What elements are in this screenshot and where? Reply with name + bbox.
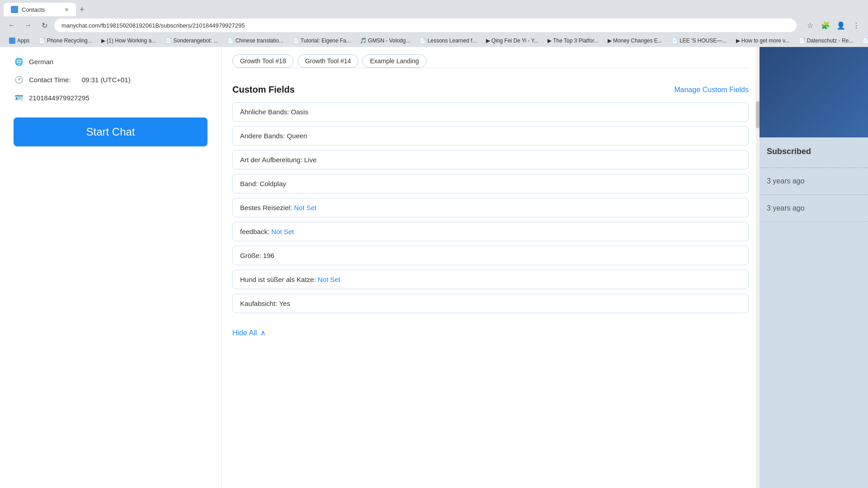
forward-button[interactable]: → bbox=[22, 19, 34, 32]
field-text: Band: Coldplay bbox=[240, 180, 286, 188]
scrollbar-thumb[interactable] bbox=[756, 101, 760, 128]
globe-icon: 🌐 bbox=[14, 56, 24, 67]
manage-custom-fields-link[interactable]: Manage Custom Fields bbox=[674, 86, 749, 94]
field-art-der-aufbereitung[interactable]: Art der Aufbereitung: Live bbox=[232, 150, 749, 169]
subscribed-time-value: 3 years ago bbox=[767, 177, 861, 185]
section-divider bbox=[232, 68, 749, 68]
hide-all-row[interactable]: Hide All ∧ bbox=[222, 327, 760, 344]
subscribed-section: Subscribed bbox=[760, 138, 868, 168]
bookmark-how-working[interactable]: ▶ (1) How Working a... bbox=[98, 37, 160, 45]
profile-button[interactable]: 👤 bbox=[835, 19, 847, 32]
apps-icon bbox=[9, 38, 15, 44]
field-bestes-reiseziel[interactable]: Bestes Reiseziel: Not Set bbox=[232, 198, 749, 217]
field-label: Bestes Reiseziel: bbox=[240, 204, 294, 211]
chevron-up-icon: ∧ bbox=[260, 328, 266, 337]
field-band[interactable]: Band: Coldplay bbox=[232, 174, 749, 193]
field-not-set: Not Set bbox=[294, 204, 316, 211]
right-panel-header-image bbox=[760, 47, 868, 137]
field-andere-bands[interactable]: Andere Bands: Queen bbox=[232, 126, 749, 145]
bookmark-gmsn[interactable]: 🎵 GMSN - Volodg... bbox=[356, 37, 414, 45]
contacts-tab[interactable]: Contacts ✕ bbox=[4, 3, 76, 16]
bookmark-star-button[interactable]: ☆ bbox=[804, 19, 816, 32]
browser-window: Contacts ✕ + ← → ↻ ☆ 🧩 👤 ⋮ Apps 📄 Phone … bbox=[0, 0, 868, 488]
bookmark-datenschutz[interactable]: 📄 Datenschutz - Re... bbox=[795, 37, 857, 45]
field-not-set: Not Set bbox=[271, 228, 294, 235]
last-seen-value: 3 years ago bbox=[767, 204, 861, 212]
field-text: Kaufabsicht: Yes bbox=[240, 300, 290, 307]
bookmark-qing[interactable]: ▶ Qing Fei De Yi - Y... bbox=[482, 37, 542, 45]
subscriber-id: 2101844979927295 bbox=[29, 94, 89, 102]
start-chat-button[interactable]: Start Chat bbox=[14, 117, 208, 146]
bookmark-top3[interactable]: ▶ The Top 3 Platfor... bbox=[544, 37, 602, 45]
bookmark-apps[interactable]: Apps bbox=[5, 37, 33, 45]
contact-time-value: 09:31 (UTC+01) bbox=[82, 76, 131, 84]
field-label: Hund ist süßer als Katze: bbox=[240, 276, 318, 283]
language-row: 🌐 German bbox=[14, 56, 208, 67]
bookmark-phone-recycling[interactable]: 📄 Phone Recycling... bbox=[35, 37, 95, 45]
left-panel: 🌐 German 🕐 Contact Time: 09:31 (UTC+01) … bbox=[0, 47, 222, 488]
field-feedback[interactable]: feedback: Not Set bbox=[232, 222, 749, 241]
field-text: Größe: 196 bbox=[240, 252, 274, 259]
language-value: German bbox=[29, 58, 53, 66]
field-text: Ähnliche Bands: Oasis bbox=[240, 108, 308, 116]
bookmark-chinese[interactable]: 📄 Chinese translatio... bbox=[223, 37, 287, 45]
bookmark-tutorial[interactable]: 📄 Tutorial: Eigene Fa... bbox=[289, 37, 354, 45]
contact-time-row: 🕐 Contact Time: 09:31 (UTC+01) bbox=[14, 74, 208, 85]
reload-button[interactable]: ↻ bbox=[38, 19, 51, 32]
subscribed-time-section: 3 years ago bbox=[760, 168, 868, 195]
page-content: 🌐 German 🕐 Contact Time: 09:31 (UTC+01) … bbox=[0, 47, 868, 488]
reload-icon: ↻ bbox=[42, 21, 47, 30]
tab-bar: Contacts ✕ + bbox=[0, 0, 868, 16]
field-text: Art der Aufbereitung: Live bbox=[240, 156, 316, 164]
scrollbar-track[interactable] bbox=[756, 47, 760, 488]
field-not-set: Not Set bbox=[318, 276, 340, 283]
subscribed-label: Subscribed bbox=[767, 147, 861, 156]
bookmarks-bar: Apps 📄 Phone Recycling... ▶ (1) How Work… bbox=[0, 34, 868, 47]
bookmark-how-more[interactable]: ▶ How to get more v... bbox=[732, 37, 793, 45]
clock-icon: 🕐 bbox=[14, 74, 24, 85]
field-text: Andere Bands: Queen bbox=[240, 132, 307, 140]
center-panel: Growth Tool #18 Growth Tool #14 Example … bbox=[222, 47, 760, 488]
field-kaufabsicht[interactable]: Kaufabsicht: Yes bbox=[232, 294, 749, 313]
bookmark-money[interactable]: ▶ Money Changes E... bbox=[604, 37, 666, 45]
forward-icon: → bbox=[24, 21, 32, 29]
contact-time-label: Contact Time: bbox=[29, 76, 71, 84]
bookmark-student[interactable]: 📄 Student Wants an... bbox=[859, 37, 868, 45]
custom-fields-header: Custom Fields Manage Custom Fields bbox=[232, 84, 749, 95]
bookmark-sonderangebot[interactable]: 📄 Sonderangebot: ... bbox=[161, 37, 222, 45]
field-hund[interactable]: Hund ist süßer als Katze: Not Set bbox=[232, 270, 749, 289]
field-groesse[interactable]: Größe: 196 bbox=[232, 246, 749, 265]
custom-fields-title: Custom Fields bbox=[232, 84, 295, 95]
tab-title: Contacts bbox=[22, 6, 45, 13]
address-bar-row: ← → ↻ ☆ 🧩 👤 ⋮ bbox=[0, 16, 868, 34]
bookmark-lee[interactable]: 📄 LEE 'S HOUSE—... bbox=[668, 37, 731, 45]
back-button[interactable]: ← bbox=[5, 19, 18, 32]
field-aehnliche-bands[interactable]: Ähnliche Bands: Oasis bbox=[232, 102, 749, 122]
tag-example-landing[interactable]: Example Landing bbox=[362, 54, 426, 68]
url-bar[interactable] bbox=[54, 19, 797, 32]
custom-fields-section: Custom Fields Manage Custom Fields Ähnli… bbox=[222, 75, 760, 327]
subscriber-id-row: 🪪 2101844979927295 bbox=[14, 92, 208, 103]
extension-puzzle-button[interactable]: 🧩 bbox=[819, 19, 832, 32]
hide-all-label: Hide All bbox=[232, 329, 257, 337]
right-panel: Subscribed 3 years ago 3 years ago bbox=[760, 47, 868, 488]
back-icon: ← bbox=[8, 21, 15, 29]
tab-close-button[interactable]: ✕ bbox=[65, 7, 69, 13]
field-label: feedback: bbox=[240, 228, 271, 235]
menu-button[interactable]: ⋮ bbox=[850, 19, 863, 32]
browser-actions: ☆ 🧩 👤 ⋮ bbox=[804, 19, 863, 32]
last-seen-section: 3 years ago bbox=[760, 195, 868, 222]
bookmark-lessons[interactable]: 📄 Lessons Learned f... bbox=[415, 37, 480, 45]
tag-growth-tool-14[interactable]: Growth Tool #14 bbox=[297, 54, 359, 68]
id-icon: 🪪 bbox=[14, 92, 24, 103]
tags-section: Growth Tool #18 Growth Tool #14 Example … bbox=[222, 47, 760, 68]
tag-growth-tool-18[interactable]: Growth Tool #18 bbox=[232, 54, 294, 68]
tab-favicon bbox=[11, 6, 18, 13]
new-tab-button[interactable]: + bbox=[76, 5, 88, 14]
